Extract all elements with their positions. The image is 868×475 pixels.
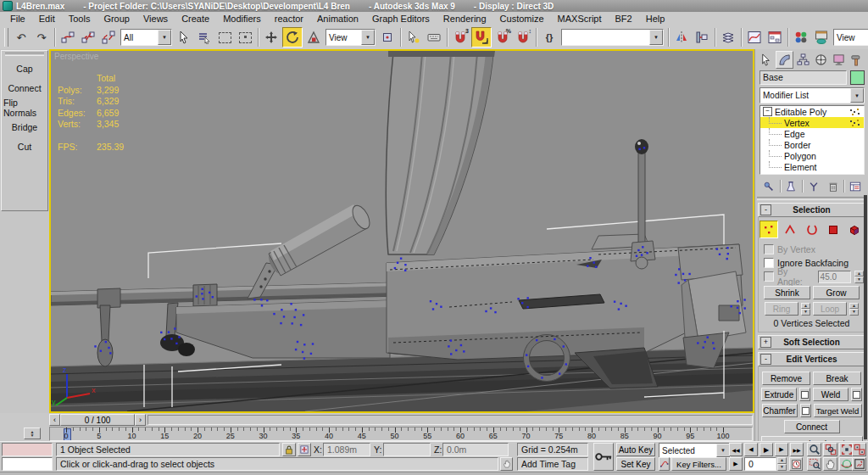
go-to-start-button[interactable]: ◀◀ (729, 443, 743, 456)
stack-item-element[interactable]: Element (760, 161, 864, 172)
tab-display[interactable] (831, 52, 847, 68)
soft-selection-header[interactable]: + Soft Selection (758, 335, 865, 349)
select-rotate-button[interactable] (282, 27, 303, 48)
extrude-settings-button[interactable] (799, 388, 810, 401)
align-button[interactable] (693, 28, 711, 47)
menu-item-create[interactable]: Create (175, 14, 216, 24)
layer-manager-button[interactable] (719, 28, 737, 47)
chamfer-settings-button[interactable] (800, 404, 811, 417)
time-slider-track[interactable] (147, 415, 753, 425)
bind-spacewarp-button[interactable] (99, 28, 118, 47)
spin-up-icon[interactable]: ▲ (801, 303, 810, 310)
render-setup-button[interactable] (812, 28, 831, 47)
key-filter-dropdown[interactable]: Selected ▼ (659, 443, 731, 458)
shrink-button[interactable]: Shrink (764, 286, 810, 299)
redo-button[interactable]: ↷ (32, 28, 51, 47)
polygon-subobject-button[interactable] (824, 221, 843, 238)
schematic-view-button[interactable] (765, 28, 784, 47)
spin-up-icon[interactable]: ▲ (849, 303, 859, 310)
show-end-result-button[interactable] (783, 179, 800, 193)
zoom-all-button[interactable] (823, 443, 837, 456)
default-in-out-tangents-button[interactable] (659, 457, 670, 471)
auto-key-button[interactable]: Auto Key (616, 443, 655, 456)
y-coordinate-field[interactable] (383, 443, 431, 456)
menu-item-tools[interactable]: Tools (62, 14, 97, 24)
collapse-icon[interactable]: - (760, 354, 771, 365)
ignore-backfacing-checkbox[interactable] (764, 258, 774, 268)
prompt-status-button[interactable] (500, 457, 513, 471)
menu-item-maxscript[interactable]: MAXScript (551, 14, 609, 24)
vertex-subobject-button[interactable] (760, 221, 778, 238)
menu-item-views[interactable]: Views (136, 14, 175, 24)
spin-down-icon[interactable]: ▼ (849, 309, 859, 316)
menu-item-bf2[interactable]: BF2 (609, 14, 639, 24)
menu-item-customize[interactable]: Customize (493, 14, 551, 24)
percent-snap-button[interactable]: % (493, 28, 512, 47)
make-unique-button[interactable] (805, 179, 822, 193)
stack-collapse-icon[interactable]: − (763, 107, 772, 116)
border-subobject-button[interactable] (802, 221, 821, 238)
render-type-dropdown[interactable]: View ▼ (833, 29, 868, 46)
current-frame-field[interactable]: 0 (744, 457, 776, 471)
remove-modifier-button[interactable] (825, 179, 842, 193)
configure-modifier-sets-button[interactable] (847, 179, 864, 193)
stack-item-edge[interactable]: Edge (760, 128, 864, 139)
by-angle-checkbox[interactable] (764, 271, 774, 282)
mirror-button[interactable] (672, 28, 691, 47)
region-zoom-button[interactable] (807, 457, 821, 471)
menu-item-help[interactable]: Help (639, 14, 672, 24)
keyboard-override-button[interactable] (425, 28, 443, 47)
time-slider-next-button[interactable]: › (135, 414, 146, 426)
menu-item-rendering[interactable]: Rendering (437, 14, 493, 24)
select-link-button[interactable] (58, 28, 77, 47)
window-crossing-button[interactable] (236, 28, 254, 47)
selection-lock-toggle[interactable] (282, 443, 296, 456)
select-object-button[interactable] (175, 28, 193, 47)
menu-item-animation[interactable]: Animation (310, 14, 365, 24)
loop-button[interactable]: Loop (813, 302, 847, 316)
polygons-button-bridge[interactable]: Bridge (3, 120, 46, 134)
z-coordinate-field[interactable]: 0.0m (442, 443, 509, 456)
timeline-ruler[interactable]: 0510152025303540455055606570758085909510… (49, 427, 753, 441)
ring-button[interactable]: Ring (765, 302, 798, 316)
zoom-extents-all-button[interactable] (852, 443, 866, 456)
next-frame-button[interactable]: ▶ (775, 443, 788, 456)
menu-item-group[interactable]: Group (97, 14, 136, 24)
tab-utilities[interactable] (849, 52, 865, 68)
frame-spinner[interactable]: ▲▼ (777, 457, 787, 471)
menu-item-edit[interactable]: Edit (32, 14, 62, 24)
select-scale-button[interactable] (304, 28, 323, 47)
play-button[interactable]: ▶ (760, 443, 773, 456)
break-button[interactable]: Break (813, 372, 861, 385)
expand-icon[interactable]: + (760, 337, 771, 348)
select-move-button[interactable] (262, 28, 281, 47)
pin-stack-button[interactable] (760, 179, 777, 193)
polygons-button-connect[interactable]: Connect (3, 81, 46, 95)
select-manipulate-button[interactable] (404, 28, 423, 47)
undo-button[interactable]: ↶ (12, 28, 31, 47)
snap-toggle-button[interactable]: 3 (451, 28, 470, 47)
connect-button[interactable]: Connect (784, 420, 840, 433)
element-subobject-button[interactable] (845, 221, 864, 238)
chamfer-button[interactable]: Chamfer (762, 404, 798, 417)
unlink-button[interactable] (79, 28, 97, 47)
weld-button[interactable]: Weld (813, 388, 849, 401)
stack-item-border[interactable]: Border (760, 139, 864, 150)
spin-down-icon[interactable]: ▼ (854, 277, 864, 283)
key-filters-button[interactable]: Key Filters... (671, 457, 726, 471)
by-angle-spinner[interactable]: ▲▼ (854, 271, 864, 283)
weld-settings-button[interactable] (851, 388, 862, 401)
pivot-point-center-button[interactable] (378, 28, 397, 47)
go-to-end-button[interactable]: ▶▶ (790, 443, 804, 456)
dropdown-arrow-icon[interactable]: ▼ (361, 30, 375, 45)
tab-hierarchy[interactable] (795, 52, 811, 68)
key-mode-toggle[interactable]: ▶ (729, 457, 743, 471)
dropdown-arrow-icon[interactable]: ▼ (158, 30, 171, 45)
selection-rollout-header[interactable]: - Selection (758, 203, 865, 217)
tab-create[interactable] (758, 52, 774, 68)
stack-item-vertex[interactable]: Vertex (760, 117, 864, 128)
object-name-field[interactable]: Base (760, 70, 847, 85)
tab-motion[interactable] (813, 52, 829, 68)
pan-button[interactable] (823, 457, 837, 471)
x-coordinate-field[interactable]: 1.089m (323, 443, 370, 456)
